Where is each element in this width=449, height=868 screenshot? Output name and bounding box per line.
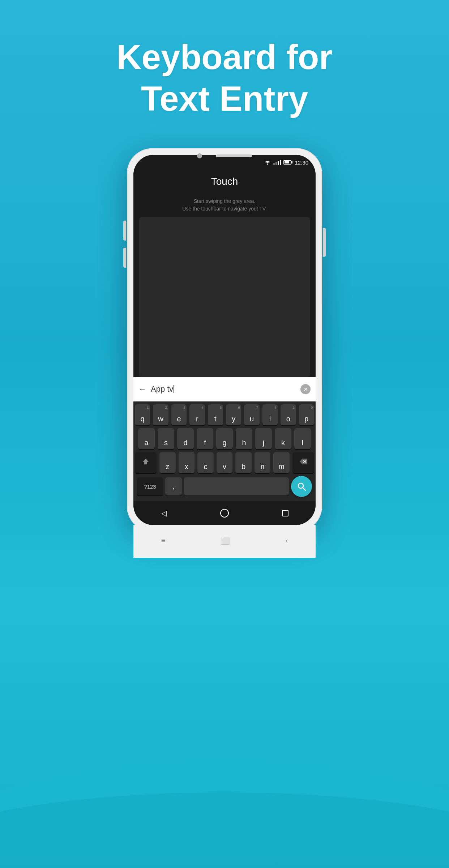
search-icon <box>297 482 306 491</box>
search-button[interactable] <box>291 476 312 497</box>
key-r[interactable]: 4r <box>189 404 205 425</box>
text-cursor <box>174 385 174 393</box>
key-a[interactable]: a <box>138 428 155 449</box>
volume-up-button[interactable] <box>123 221 126 241</box>
title-line2: Text Entry <box>141 79 308 118</box>
key-u[interactable]: 7u <box>244 404 259 425</box>
shift-key[interactable] <box>135 452 157 473</box>
phone-home-icon: ⬜ <box>221 536 230 545</box>
key-c[interactable]: c <box>197 452 214 473</box>
nav-recent-button[interactable] <box>276 506 294 520</box>
key-m[interactable]: m <box>273 452 290 473</box>
key-y[interactable]: 6y <box>226 404 241 425</box>
numbers-key[interactable]: ?123 <box>137 477 163 495</box>
key-x[interactable]: x <box>179 452 195 473</box>
phone-body: 12:30 Touch Start swiping the grey area.… <box>127 148 322 532</box>
nav-home-button[interactable] <box>215 506 234 520</box>
touch-area[interactable]: Start swiping the grey area. Use the tou… <box>133 193 316 377</box>
touch-hint-line1: Start swiping the grey area. <box>194 198 255 204</box>
phone-speaker <box>216 154 252 157</box>
back-arrow-icon[interactable]: ← <box>138 384 146 394</box>
keyboard-row-3: z x c v b n m <box>135 452 314 473</box>
keyboard-row-4: ?123 , <box>135 476 314 500</box>
key-p[interactable]: 0p <box>299 404 314 425</box>
delete-icon <box>299 458 308 465</box>
phone-back-icon: ‹ <box>286 536 288 545</box>
nav-recent-icon <box>282 510 288 516</box>
touch-hint: Start swiping the grey area. Use the tou… <box>182 197 267 213</box>
key-n[interactable]: n <box>255 452 271 473</box>
key-o[interactable]: 9o <box>281 404 296 425</box>
keyboard: 1q 2w 3e 4r 5t 6y 7u 8i 9o 0p a s <box>133 401 316 501</box>
volume-down-button[interactable] <box>123 248 126 268</box>
nav-home-icon <box>220 509 229 518</box>
key-i[interactable]: 8i <box>262 404 278 425</box>
title-section: Keyboard for Text Entry <box>116 36 332 119</box>
touch-hint-line2: Use the touchbar to navigate yout TV. <box>182 206 267 212</box>
keyboard-row-1: 1q 2w 3e 4r 5t 6y 7u 8i 9o 0p <box>135 404 314 425</box>
nav-back-icon: ◁ <box>161 509 167 518</box>
phone-menu-icon: ≡ <box>161 536 166 545</box>
phone-screen: 12:30 Touch Start swiping the grey area.… <box>133 155 316 525</box>
search-value: App tv <box>151 384 173 394</box>
key-d[interactable]: d <box>177 428 194 449</box>
keyboard-row-2: a s d f g h j k l <box>135 428 314 449</box>
space-key[interactable] <box>184 477 289 495</box>
shift-icon <box>142 458 150 465</box>
swipe-area[interactable] <box>139 217 310 377</box>
key-b[interactable]: b <box>235 452 252 473</box>
phone-mockup: 12:30 Touch Start swiping the grey area.… <box>127 148 322 532</box>
delete-key[interactable] <box>292 452 314 473</box>
app-title: Touch <box>211 176 238 187</box>
key-k[interactable]: k <box>275 428 291 449</box>
key-e[interactable]: 3e <box>171 404 187 425</box>
key-h[interactable]: h <box>236 428 252 449</box>
app-header: Touch <box>133 170 316 193</box>
svg-marker-1 <box>143 459 149 464</box>
title-line1: Keyboard for <box>116 38 332 76</box>
screen-content: 12:30 Touch Start swiping the grey area.… <box>133 155 316 525</box>
clear-button[interactable]: ✕ <box>300 384 311 394</box>
power-button[interactable] <box>323 228 326 257</box>
key-g[interactable]: g <box>216 428 233 449</box>
key-z[interactable]: z <box>159 452 176 473</box>
phone-camera <box>197 153 202 158</box>
search-bar: ← App tv ✕ <box>133 377 316 401</box>
phone-top-bar <box>127 148 322 161</box>
key-s[interactable]: s <box>158 428 174 449</box>
svg-line-5 <box>303 488 306 491</box>
key-f[interactable]: f <box>197 428 213 449</box>
nav-back-button[interactable]: ◁ <box>155 506 173 520</box>
key-q[interactable]: 1q <box>135 404 150 425</box>
search-input-display[interactable]: App tv <box>151 384 296 394</box>
key-w[interactable]: 2w <box>153 404 168 425</box>
svg-point-0 <box>267 164 268 165</box>
comma-key[interactable]: , <box>165 477 182 495</box>
navigation-bar: ◁ <box>133 501 316 525</box>
page-title: Keyboard for Text Entry <box>116 36 332 119</box>
key-l[interactable]: l <box>294 428 311 449</box>
nums-label: ?123 <box>144 484 156 490</box>
comma-label: , <box>172 483 174 490</box>
key-t[interactable]: 5t <box>208 404 223 425</box>
phone-bottom-bar: ≡ ⬜ ‹ <box>133 525 316 558</box>
key-v[interactable]: v <box>217 452 233 473</box>
key-j[interactable]: j <box>255 428 272 449</box>
